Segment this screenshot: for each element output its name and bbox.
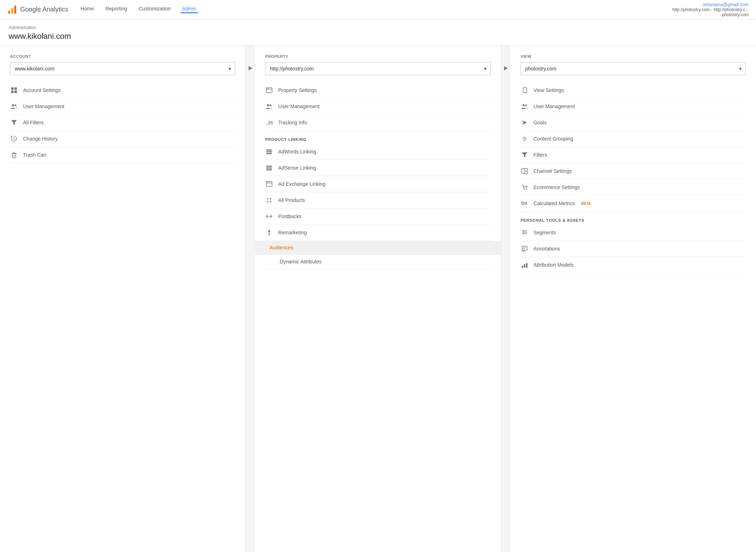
property-user-management-label: User Management xyxy=(278,104,319,109)
audiences-item[interactable]: Audiences xyxy=(255,241,501,255)
account-dropdown-wrap[interactable]: www.kikolani.com xyxy=(10,62,235,75)
trash-icon xyxy=(10,151,18,159)
property-settings-label: Property Settings xyxy=(278,87,317,93)
calculated-metrics-item[interactable]: Dd Calculated Metrics BETA xyxy=(521,196,746,212)
property-user-management-item[interactable]: User Management xyxy=(265,98,490,115)
svg-rect-1 xyxy=(11,8,13,13)
attribution-models-icon xyxy=(521,261,529,269)
svg-point-42 xyxy=(525,105,527,106)
all-products-icon xyxy=(265,196,273,204)
segments-item[interactable]: Segments xyxy=(521,225,746,241)
view-filters-item[interactable]: Filters xyxy=(521,147,746,163)
account-settings-label: Account Settings xyxy=(23,87,61,93)
account-user-management-item[interactable]: User Management xyxy=(10,98,235,115)
svg-point-32 xyxy=(267,198,268,199)
svg-rect-2 xyxy=(14,5,17,13)
svg-point-35 xyxy=(270,201,271,202)
svg-rect-0 xyxy=(8,10,10,13)
adwords-icon xyxy=(265,148,273,156)
dynamic-attributes-item[interactable]: Dynamic Attributes xyxy=(265,255,490,269)
ga-logo-icon xyxy=(7,5,17,15)
account-dropdown[interactable]: www.kikolani.com xyxy=(10,62,235,75)
tracking-info-item[interactable]: .JS Tracking Info xyxy=(265,115,490,131)
logo[interactable]: Google Analytics xyxy=(7,5,68,15)
svg-marker-39 xyxy=(268,234,270,235)
postbacks-item[interactable]: Postbacks xyxy=(265,208,490,225)
calculated-metrics-label: Calculated Metrics xyxy=(534,201,575,206)
user-email[interactable]: leilaniana@gmail.com xyxy=(672,2,749,7)
change-history-item[interactable]: Change History xyxy=(10,131,235,147)
attribution-models-item[interactable]: Attribution Models xyxy=(521,257,746,273)
remarketing-icon xyxy=(265,229,273,236)
svg-text:Dd: Dd xyxy=(521,201,527,206)
goals-label: Goals xyxy=(534,120,547,125)
adsense-linking-item[interactable]: AdSense Linking xyxy=(265,160,490,176)
svg-marker-40 xyxy=(504,66,508,70)
svg-rect-28 xyxy=(266,169,272,170)
svg-rect-24 xyxy=(266,151,272,152)
nav-reporting[interactable]: Reporting xyxy=(104,6,129,13)
account-settings-icon xyxy=(10,86,18,94)
view-dropdown-wrap[interactable]: photostry.com xyxy=(521,62,746,75)
trash-can-label: Trash Can xyxy=(23,152,46,158)
svg-marker-48 xyxy=(522,152,527,157)
trash-can-item[interactable]: Trash Can xyxy=(10,147,235,163)
goals-item[interactable]: Goals xyxy=(521,115,746,131)
adwords-linking-item[interactable]: AdWords Linking xyxy=(265,144,490,160)
property-dropdown-wrap[interactable]: http://photostry.com xyxy=(265,62,490,75)
content-grouping-label: Content Grouping xyxy=(534,136,573,142)
all-products-item[interactable]: All Products xyxy=(265,192,490,208)
adsense-icon xyxy=(265,164,273,172)
annotations-item[interactable]: Annotations xyxy=(521,241,746,257)
ad-exchange-linking-item[interactable]: Ad Exchange Linking xyxy=(265,176,490,192)
property-settings-item[interactable]: Property Settings xyxy=(265,82,490,98)
user-domain: photostry.com xyxy=(672,12,749,17)
user-urls: http://photostry.com - http://photostry.… xyxy=(672,7,749,12)
view-column: VIEW photostry.com View Settings User Ma… xyxy=(511,46,756,552)
remarketing-item[interactable]: Remarketing xyxy=(265,225,490,241)
main-nav: Home Reporting Customization Admin xyxy=(79,6,198,13)
view-user-management-item[interactable]: User Management xyxy=(521,98,746,115)
view-dropdown[interactable]: photostry.com xyxy=(521,62,746,75)
view-settings-item[interactable]: View Settings xyxy=(521,82,746,98)
channel-settings-item[interactable]: Channel Settings xyxy=(521,163,746,179)
account-settings-item[interactable]: Account Settings xyxy=(10,82,235,98)
goals-icon xyxy=(521,119,529,126)
svg-marker-16 xyxy=(249,66,252,70)
property-user-management-icon xyxy=(265,102,273,110)
adsense-linking-label: AdSense Linking xyxy=(278,165,316,171)
view-filter-icon xyxy=(521,151,529,159)
svg-line-44 xyxy=(523,137,525,139)
svg-rect-17 xyxy=(266,88,272,93)
logo-text: Google Analytics xyxy=(20,6,68,13)
ecommerce-settings-item[interactable]: Ecommerce Settings xyxy=(521,179,746,196)
svg-text:.JS: .JS xyxy=(266,120,273,125)
view-settings-label: View Settings xyxy=(534,87,564,93)
svg-rect-23 xyxy=(266,150,272,151)
beta-badge: BETA xyxy=(581,202,591,206)
nav-admin[interactable]: Admin xyxy=(181,6,198,13)
content-grouping-icon xyxy=(521,135,529,143)
account-all-filters-item[interactable]: All Filters xyxy=(10,115,235,131)
personal-tools-label: PERSONAL TOOLS & ASSETS xyxy=(521,218,746,222)
content-grouping-item[interactable]: Content Grouping xyxy=(521,131,746,147)
svg-line-11 xyxy=(14,139,15,140)
channel-settings-label: Channel Settings xyxy=(534,168,572,174)
property-view-arrow xyxy=(501,46,511,552)
change-history-icon xyxy=(10,135,18,143)
svg-point-33 xyxy=(270,198,271,199)
svg-point-21 xyxy=(270,105,272,106)
product-linking-label: PRODUCT LINKING xyxy=(265,137,490,142)
property-settings-icon xyxy=(265,86,273,94)
nav-customization[interactable]: Customization xyxy=(137,6,172,13)
view-user-management-label: User Management xyxy=(534,104,575,109)
svg-line-46 xyxy=(525,137,526,139)
account-column: ACCOUNT www.kikolani.com Account Setting… xyxy=(0,46,246,552)
ecommerce-settings-icon xyxy=(521,183,529,191)
nav-home[interactable]: Home xyxy=(79,6,95,13)
svg-point-20 xyxy=(267,104,269,106)
svg-rect-12 xyxy=(12,153,16,158)
property-dropdown[interactable]: http://photostry.com xyxy=(265,62,490,75)
ad-exchange-linking-label: Ad Exchange Linking xyxy=(278,181,326,187)
segments-label: Segments xyxy=(534,230,556,235)
